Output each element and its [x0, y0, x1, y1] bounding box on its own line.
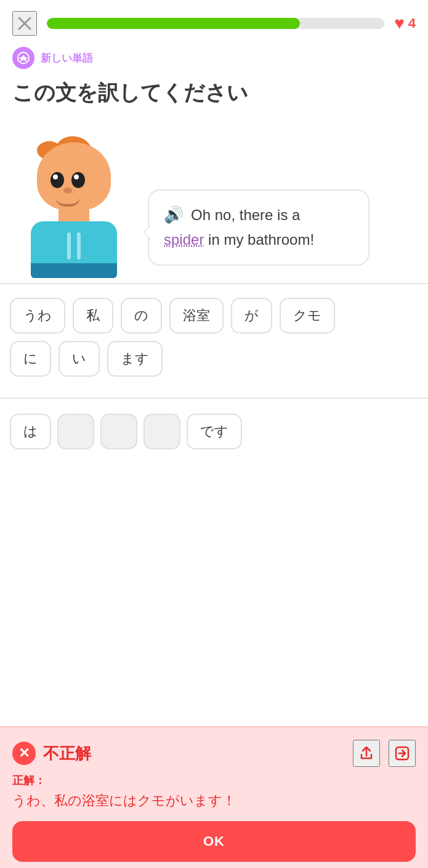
word-chip-yokushitsu[interactable]: 浴室: [169, 298, 224, 334]
char-body-line-1: [67, 232, 71, 260]
answer-slot-2[interactable]: [57, 414, 94, 449]
page-title: この文を訳してください: [0, 74, 428, 118]
word-choices: うわ 私 の 浴室 が クモ に い ます: [0, 289, 428, 393]
heart-icon: ♥: [394, 14, 405, 33]
incorrect-actions: [353, 740, 416, 767]
character: [6, 130, 142, 278]
answer-area: は です: [0, 404, 428, 453]
bubble-text-line1: Oh no, there is a: [191, 204, 300, 226]
speech-bubble: 🔊 Oh no, there is a spider in my bathroo…: [148, 189, 369, 266]
hearts-count: 4: [408, 15, 416, 31]
ok-button[interactable]: OK: [12, 821, 416, 862]
header: ♥ 4: [0, 0, 428, 42]
bubble-line1: 🔊 Oh no, there is a: [164, 204, 353, 226]
answer-slot-desu[interactable]: です: [187, 414, 242, 449]
incorrect-left: ✕ 不正解: [12, 742, 91, 765]
bubble-text-after: in my bathroom!: [208, 231, 314, 248]
flag-button[interactable]: [389, 740, 416, 767]
answer-slot-ha[interactable]: は: [10, 414, 51, 449]
word-chip-watashi[interactable]: 私: [73, 298, 113, 334]
error-icon: ✕: [12, 742, 36, 765]
word-chip-masu[interactable]: ます: [107, 341, 163, 377]
char-belt: [31, 263, 117, 278]
word-chip-ni[interactable]: に: [10, 341, 51, 377]
new-word-icon: [12, 47, 34, 69]
incorrect-title: 不正解: [43, 743, 91, 764]
badge-label: 新しい単語: [41, 51, 93, 65]
word-chip-kumo[interactable]: クモ: [280, 298, 335, 334]
word-chip-i[interactable]: い: [59, 341, 100, 377]
incorrect-panel: ✕ 不正解 正解： うわ、私の浴室にはクモがいます！ OK: [0, 726, 428, 868]
word-chip-uwa[interactable]: うわ: [10, 298, 65, 334]
char-body-lines: [67, 232, 81, 260]
badge-row: 新しい単語: [0, 42, 428, 74]
char-nose: [63, 187, 72, 194]
word-chip-ga[interactable]: が: [231, 298, 272, 334]
progress-bar-fill: [47, 18, 300, 29]
divider-1: [0, 283, 428, 284]
hearts-area: ♥ 4: [394, 14, 416, 33]
word-row-2: に い ます: [10, 341, 418, 377]
correct-answer-text: うわ、私の浴室にはクモがいます！: [12, 792, 416, 810]
speaker-icon[interactable]: 🔊: [164, 205, 184, 224]
close-button[interactable]: [12, 11, 37, 36]
answer-slot-3[interactable]: [100, 414, 137, 449]
char-eye-right: [71, 172, 85, 188]
word-row-1: うわ 私 の 浴室 が クモ: [10, 298, 418, 334]
incorrect-header: ✕ 不正解: [12, 740, 416, 767]
bubble-text-line2: spider in my bathroom!: [164, 229, 353, 251]
progress-bar-background: [47, 18, 384, 29]
answer-slots: は です: [10, 414, 418, 449]
answer-slot-4[interactable]: [143, 414, 180, 449]
correct-answer-label: 正解：: [12, 773, 416, 788]
bubble-spider-word: spider: [164, 231, 204, 248]
divider-2: [0, 398, 428, 399]
word-chip-no[interactable]: の: [121, 298, 162, 334]
char-neck: [59, 207, 89, 223]
share-button[interactable]: [353, 740, 380, 767]
bubble-inner: 🔊 Oh no, there is a spider in my bathroo…: [164, 204, 353, 251]
scene-area: 🔊 Oh no, there is a spider in my bathroo…: [0, 118, 428, 278]
bubble-text-before: Oh no, there is a: [191, 207, 300, 223]
char-eye-left: [50, 172, 64, 188]
char-body-line-2: [77, 232, 81, 260]
